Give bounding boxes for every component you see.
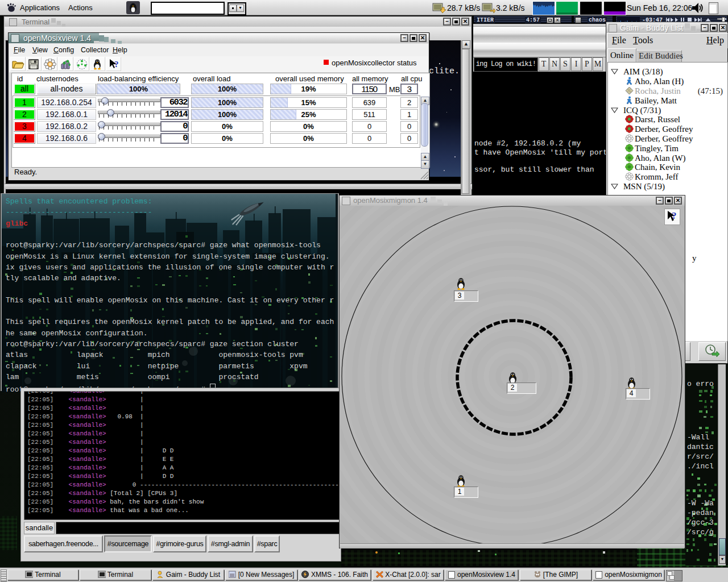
svg-text:?: ? xyxy=(114,60,119,69)
svg-text:?: ? xyxy=(672,210,677,221)
